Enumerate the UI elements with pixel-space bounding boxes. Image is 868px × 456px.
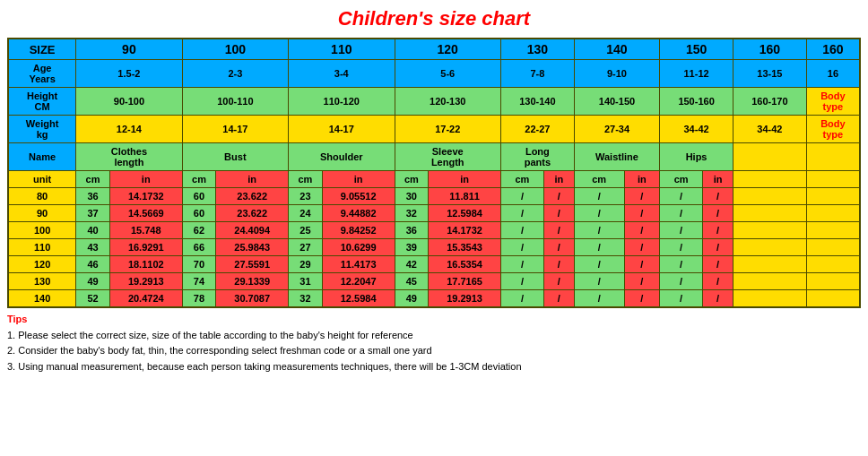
size-120: 120 bbox=[395, 39, 500, 60]
size-140: 140 bbox=[574, 39, 659, 60]
wl-in-90: / bbox=[624, 205, 660, 222]
age-90: 1.5-2 bbox=[76, 60, 182, 88]
weight-130: 22-27 bbox=[500, 116, 574, 143]
cl-in-80: 14.1732 bbox=[109, 188, 182, 205]
cl-in-140: 20.4724 bbox=[109, 290, 182, 308]
name-empty2 bbox=[806, 143, 860, 171]
unit-row: unit cm in cm in cm in cm in cm in cm in… bbox=[8, 171, 860, 188]
unit-label: unit bbox=[8, 171, 76, 188]
hi-in-120: / bbox=[703, 256, 733, 273]
sl-cm-110: 39 bbox=[395, 239, 429, 256]
height-100: 100-110 bbox=[182, 88, 288, 116]
wl-cm-110: / bbox=[574, 239, 624, 256]
extra2-80 bbox=[806, 188, 860, 205]
sh-cm-90: 24 bbox=[289, 205, 323, 222]
lp-cm-90: / bbox=[500, 205, 543, 222]
sh-in-100: 9.84252 bbox=[322, 222, 395, 239]
wl-cm-130: / bbox=[574, 273, 624, 290]
wl-in-100: / bbox=[624, 222, 660, 239]
cl-cm-120: 46 bbox=[76, 256, 110, 273]
sh-in-120: 11.4173 bbox=[322, 256, 395, 273]
name-clothes: Clotheslength bbox=[76, 143, 182, 171]
extra1-120 bbox=[733, 256, 806, 273]
size-130: 130 bbox=[500, 39, 574, 60]
size-150: 150 bbox=[660, 39, 733, 60]
bust-in-130: 29.1339 bbox=[216, 273, 289, 290]
unit-cl-in: in bbox=[109, 171, 182, 188]
sl-in-140: 19.2913 bbox=[429, 290, 501, 308]
unit-empty2 bbox=[806, 171, 860, 188]
age-row: AgeYears 1.5-2 2-3 3-4 5-6 7-8 9-10 11-1… bbox=[8, 60, 860, 88]
size-90: 90 bbox=[76, 39, 182, 60]
size-chart-table: SIZE 90 100 110 120 130 140 150 160 160 … bbox=[7, 38, 861, 308]
bust-cm-100: 62 bbox=[182, 222, 216, 239]
age-150: 11-12 bbox=[660, 60, 733, 88]
unit-sh-cm: cm bbox=[289, 171, 323, 188]
hi-cm-130: / bbox=[660, 273, 703, 290]
sh-in-140: 12.5984 bbox=[322, 290, 395, 308]
lp-in-90: / bbox=[543, 205, 574, 222]
cl-cm-80: 36 bbox=[76, 188, 110, 205]
lp-in-80: / bbox=[543, 188, 574, 205]
hi-cm-120: / bbox=[660, 256, 703, 273]
wl-cm-100: / bbox=[574, 222, 624, 239]
weight-160a: 34-42 bbox=[733, 116, 806, 143]
bust-in-90: 23.622 bbox=[216, 205, 289, 222]
data-row-130: 130 49 19.2913 74 29.1339 31 12.2047 45 … bbox=[8, 273, 860, 290]
bust-in-80: 23.622 bbox=[216, 188, 289, 205]
weight-90: 12-14 bbox=[76, 116, 182, 143]
lp-cm-130: / bbox=[500, 273, 543, 290]
sl-cm-90: 32 bbox=[395, 205, 429, 222]
height-160a: 160-170 bbox=[733, 88, 806, 116]
sh-cm-110: 27 bbox=[289, 239, 323, 256]
wl-cm-120: / bbox=[574, 256, 624, 273]
data-row-90: 90 37 14.5669 60 23.622 24 9.44882 32 12… bbox=[8, 205, 860, 222]
age-120: 5-6 bbox=[395, 60, 500, 88]
sh-cm-130: 31 bbox=[289, 273, 323, 290]
extra1-110 bbox=[733, 239, 806, 256]
unit-sl-in: in bbox=[429, 171, 501, 188]
sh-in-90: 9.44882 bbox=[322, 205, 395, 222]
size-val-120: 120 bbox=[8, 256, 76, 273]
bust-cm-90: 60 bbox=[182, 205, 216, 222]
size-val-110: 110 bbox=[8, 239, 76, 256]
height-130: 130-140 bbox=[500, 88, 574, 116]
size-val-90: 90 bbox=[8, 205, 76, 222]
unit-bust-in: in bbox=[216, 171, 289, 188]
bust-in-140: 30.7087 bbox=[216, 290, 289, 308]
height-140: 140-150 bbox=[574, 88, 659, 116]
wl-cm-80: / bbox=[574, 188, 624, 205]
height-150: 150-160 bbox=[660, 88, 733, 116]
hi-in-100: / bbox=[703, 222, 733, 239]
cl-cm-130: 49 bbox=[76, 273, 110, 290]
cl-cm-90: 37 bbox=[76, 205, 110, 222]
unit-wl-cm: cm bbox=[574, 171, 624, 188]
sl-cm-130: 45 bbox=[395, 273, 429, 290]
extra2-140 bbox=[806, 290, 860, 308]
hi-in-140: / bbox=[703, 290, 733, 308]
sl-cm-80: 30 bbox=[395, 188, 429, 205]
size-110: 110 bbox=[289, 39, 395, 60]
height-body-type: Bodytype bbox=[806, 88, 860, 116]
cl-cm-110: 43 bbox=[76, 239, 110, 256]
data-row-80: 80 36 14.1732 60 23.622 23 9.05512 30 11… bbox=[8, 188, 860, 205]
wl-cm-140: / bbox=[574, 290, 624, 308]
sl-in-90: 12.5984 bbox=[429, 205, 501, 222]
height-row: HeightCM 90-100 100-110 110-120 120-130 … bbox=[8, 88, 860, 116]
unit-hi-in: in bbox=[703, 171, 733, 188]
tips-section: Tips 1. Please select the correct size, … bbox=[7, 312, 861, 374]
age-110: 3-4 bbox=[289, 60, 395, 88]
lp-in-120: / bbox=[543, 256, 574, 273]
unit-bust-cm: cm bbox=[182, 171, 216, 188]
hi-in-110: / bbox=[703, 239, 733, 256]
weight-100: 14-17 bbox=[182, 116, 288, 143]
sl-in-120: 16.5354 bbox=[429, 256, 501, 273]
sh-in-130: 12.2047 bbox=[322, 273, 395, 290]
sh-cm-80: 23 bbox=[289, 188, 323, 205]
bust-in-110: 25.9843 bbox=[216, 239, 289, 256]
height-110: 110-120 bbox=[289, 88, 395, 116]
sl-in-110: 15.3543 bbox=[429, 239, 501, 256]
extra2-90 bbox=[806, 205, 860, 222]
cl-cm-140: 52 bbox=[76, 290, 110, 308]
weight-body-type: Bodytype bbox=[806, 116, 860, 143]
